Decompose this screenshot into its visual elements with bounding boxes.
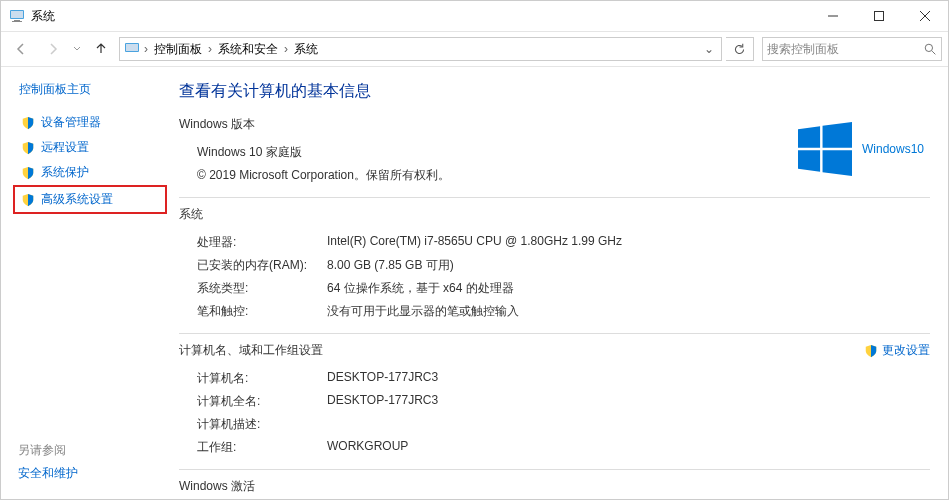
up-button[interactable] xyxy=(87,35,115,63)
titlebar: 系统 xyxy=(1,1,948,31)
svg-rect-1 xyxy=(11,11,23,18)
wg-value: WORKGROUP xyxy=(327,439,408,456)
control-panel-home-link[interactable]: 控制面板主页 xyxy=(19,81,163,98)
chevron-down-icon[interactable]: ⌄ xyxy=(699,42,719,56)
forward-button[interactable] xyxy=(39,35,67,63)
window-title: 系统 xyxy=(31,8,55,25)
svg-rect-5 xyxy=(875,12,884,21)
cname-label: 计算机名: xyxy=(197,370,327,387)
edition-section: Windows10 Windows 版本 Windows 10 家庭版 © 20… xyxy=(179,116,930,198)
search-icon xyxy=(924,43,937,56)
change-settings-link[interactable]: 更改设置 xyxy=(864,342,930,359)
cfull-label: 计算机全名: xyxy=(197,393,327,410)
breadcrumb[interactable]: › 控制面板 › 系统和安全 › 系统 ⌄ xyxy=(119,37,722,61)
search-placeholder: 搜索控制面板 xyxy=(767,41,839,58)
type-label: 系统类型: xyxy=(197,280,327,297)
edition-value: Windows 10 家庭版 xyxy=(197,144,302,161)
ram-label: 已安装的内存(RAM): xyxy=(197,257,327,274)
system-icon xyxy=(9,8,25,24)
system-icon xyxy=(124,41,140,57)
svg-point-10 xyxy=(925,44,932,51)
sidebar-item-device-manager[interactable]: 设备管理器 xyxy=(19,110,163,135)
see-also-link[interactable]: 安全和维护 xyxy=(18,465,78,482)
shield-icon xyxy=(21,116,35,130)
shield-icon xyxy=(21,193,35,207)
breadcrumb-item[interactable]: 控制面板 xyxy=(150,38,206,60)
copyright-value: © 2019 Microsoft Corporation。保留所有权利。 xyxy=(197,167,450,184)
pen-label: 笔和触控: xyxy=(197,303,327,320)
shield-icon xyxy=(864,344,878,358)
svg-rect-9 xyxy=(126,44,138,51)
chevron-right-icon[interactable]: › xyxy=(142,42,150,56)
shield-icon xyxy=(21,166,35,180)
windows-logo: Windows10 xyxy=(798,122,924,176)
breadcrumb-item[interactable]: 系统和安全 xyxy=(214,38,282,60)
svg-rect-3 xyxy=(12,21,22,22)
close-button[interactable] xyxy=(902,1,948,31)
chevron-right-icon[interactable]: › xyxy=(206,42,214,56)
page-title: 查看有关计算机的基本信息 xyxy=(179,81,930,102)
svg-line-11 xyxy=(932,51,935,54)
activation-section: Windows 激活 Windows 已激活 阅读 Microsoft 软件许可… xyxy=(179,478,930,499)
shield-icon xyxy=(21,141,35,155)
minimize-button[interactable] xyxy=(810,1,856,31)
type-value: 64 位操作系统，基于 x64 的处理器 xyxy=(327,280,514,297)
computer-section: 更改设置 计算机名、域和工作组设置 计算机名:DESKTOP-177JRC3 计… xyxy=(179,342,930,470)
see-also: 另请参阅 安全和维护 xyxy=(18,442,78,482)
svg-rect-2 xyxy=(14,20,20,21)
ram-value: 8.00 GB (7.85 GB 可用) xyxy=(327,257,454,274)
cpu-label: 处理器: xyxy=(197,234,327,251)
chevron-right-icon[interactable]: › xyxy=(282,42,290,56)
system-section: 系统 处理器:Intel(R) Core(TM) i7-8565U CPU @ … xyxy=(179,206,930,334)
cfull-value: DESKTOP-177JRC3 xyxy=(327,393,438,410)
breadcrumb-item[interactable]: 系统 xyxy=(290,38,322,60)
main-content: 查看有关计算机的基本信息 Windows10 Windows 版本 Window… xyxy=(171,67,948,499)
see-also-header: 另请参阅 xyxy=(18,442,78,459)
sidebar-item-protection[interactable]: 系统保护 xyxy=(19,160,163,185)
sidebar-item-advanced[interactable]: 高级系统设置 xyxy=(13,185,167,214)
refresh-button[interactable] xyxy=(726,37,754,61)
search-input[interactable]: 搜索控制面板 xyxy=(762,37,942,61)
section-header: 系统 xyxy=(179,206,930,223)
wg-label: 工作组: xyxy=(197,439,327,456)
section-header: 计算机名、域和工作组设置 xyxy=(179,342,930,359)
cname-value: DESKTOP-177JRC3 xyxy=(327,370,438,387)
section-header: Windows 激活 xyxy=(179,478,930,495)
navbar: › 控制面板 › 系统和安全 › 系统 ⌄ 搜索控制面板 xyxy=(1,31,948,67)
cpu-value: Intel(R) Core(TM) i7-8565U CPU @ 1.80GHz… xyxy=(327,234,622,251)
recent-button[interactable] xyxy=(71,35,83,63)
sidebar-item-remote[interactable]: 远程设置 xyxy=(19,135,163,160)
maximize-button[interactable] xyxy=(856,1,902,31)
cdesc-label: 计算机描述: xyxy=(197,416,327,433)
back-button[interactable] xyxy=(7,35,35,63)
pen-value: 没有可用于此显示器的笔或触控输入 xyxy=(327,303,519,320)
sidebar: 控制面板主页 设备管理器 远程设置 系统保护 高级系统设置 另请参阅 安全和维护 xyxy=(1,67,171,499)
